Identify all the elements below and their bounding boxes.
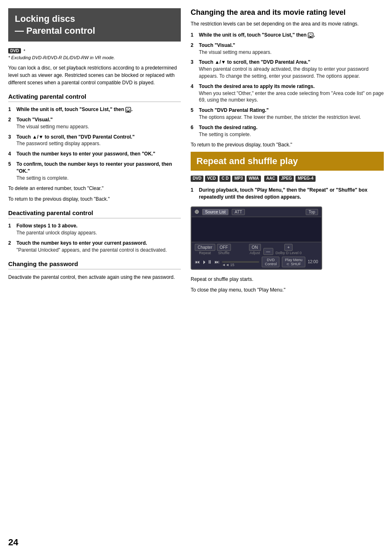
chapter-btn: Chapter <box>195 244 215 251</box>
screen-power-indicator <box>195 210 199 214</box>
off-group: OFF Shuffle <box>217 244 231 255</box>
progress-indicator: ◄◄ 15 <box>222 263 234 267</box>
on-btn: ON <box>249 244 261 251</box>
screen-controls-area: Chapter Repeat OFF Shuffle ON Adjust — <box>191 242 321 269</box>
locking-header-box: Locking discs — Parental control <box>8 8 181 42</box>
badge-vcd: VCD <box>205 176 218 182</box>
on-group: ON Adjust <box>249 244 261 255</box>
deact-step-1: 1 Follow steps 1 to 3 above. The parenta… <box>8 222 181 236</box>
area-step-1: 1 While the unit is off, touch "Source L… <box>191 32 384 39</box>
changing-area-intro: The restriction levels can be set depend… <box>191 20 384 28</box>
screen-source-list-btn: Source List <box>202 209 228 215</box>
svg-rect-3 <box>310 36 312 37</box>
off-btn: OFF <box>217 244 231 251</box>
shuffle-label: Shuffle <box>218 251 230 255</box>
repeat-step-1: 1 During playback, touch "Play Menu," th… <box>191 187 384 201</box>
badge-dvd-repeat: DVD <box>191 176 203 182</box>
badge-jpeg: JPEG <box>279 176 294 182</box>
changing-area-steps-list: 1 While the unit is off, touch "Source L… <box>191 32 384 138</box>
prev-btn: ⏮ <box>195 259 200 265</box>
screen-controls-row1: Chapter Repeat OFF Shuffle ON Adjust — <box>195 244 318 255</box>
activating-footer2: To return to the previous display, touch… <box>8 195 181 203</box>
deactivating-steps-list: 1 Follow steps 1 to 3 above. The parenta… <box>8 222 181 253</box>
screen-mockup: Source List ATT Top Chapter Repeat OFF S… <box>191 206 322 270</box>
play-menu-btn: Play Menu ⊂ SHUF <box>282 257 305 267</box>
area-step-4: 4 Touch the desired area to apply its mo… <box>191 83 384 104</box>
dvd-control-btn: DVD Control <box>262 257 279 267</box>
act-step-5: 5 To confirm, touch the number keys to r… <box>8 161 181 181</box>
badge-aac: AAC <box>264 176 277 182</box>
repeat-shuffle-title: Repeat and shuffle play <box>196 156 378 167</box>
activating-section-title: Activating parental control <box>8 93 181 102</box>
act-step-2: 2 Touch "Visual." The visual setting men… <box>8 116 181 130</box>
repeat-label: Repeat <box>199 251 211 255</box>
plus-group: + Dolby D Level 0 <box>276 244 302 255</box>
activating-steps-list: 1 While the unit is off, touch "Source L… <box>8 106 181 181</box>
area-step-3: 3 Touch ▲/▼ to scroll, then "DVD Parenta… <box>191 59 384 79</box>
deactivating-section-title: Deactivating parental control <box>8 209 181 218</box>
dash-group: — <box>263 248 273 255</box>
plus-btn: + <box>284 244 293 251</box>
changing-area-title: Changing the area and its movie rating l… <box>191 8 384 17</box>
badge-mpeg4: MPEG-4 <box>295 176 315 182</box>
screen-display-area <box>191 217 321 242</box>
dvd-note: * Excluding DVD-R/DVD-R DL/DVD-RW in VR … <box>8 55 181 60</box>
repeat-steps-list: 1 During playback, touch "Play Menu," th… <box>191 187 384 201</box>
time-display: 12:00 <box>308 259 318 264</box>
repeat-shuffle-header: Repeat and shuffle play <box>191 152 384 171</box>
dvd-badge-row: DVD * <box>8 48 181 53</box>
screen-top-btn: Top <box>306 209 318 215</box>
repeat-footer1: Repeat or shuffle play starts. <box>191 276 384 283</box>
area-step-6: 6 Touch the desired rating. The setting … <box>191 124 384 138</box>
next-btn: ⏭ <box>214 259 219 265</box>
dolby-label: Dolby D Level 0 <box>276 251 302 255</box>
svg-rect-1 <box>128 111 129 112</box>
dvd-badge: DVD <box>8 48 21 53</box>
screen-att-btn: ATT <box>232 209 245 215</box>
repeat-footer2: To close the play menu, touch "Play Menu… <box>191 286 384 294</box>
changing-password-desc: Deactivate the parental control, then ac… <box>8 273 181 281</box>
home-icon-2 <box>308 32 314 38</box>
chapter-group: Chapter Repeat <box>195 244 215 255</box>
home-icon-1 <box>125 107 131 113</box>
play-pause-btn: ⏵⏸ <box>202 259 212 265</box>
badge-cd: C D <box>219 176 231 182</box>
asterisk-symbol: * <box>23 49 25 53</box>
screen-controls-row2: ⏮ ⏵⏸ ⏭ ◄◄ 15 DVD Control Play Menu ⊂ SHU… <box>195 257 318 267</box>
progress-bar: ◄◄ 15 <box>222 261 259 263</box>
adjust-label: Adjust <box>250 251 260 255</box>
screen-top-bar: Source List ATT Top <box>191 207 321 217</box>
dash-btn: — <box>263 248 273 255</box>
changing-password-section-title: Changing the password <box>8 260 181 269</box>
left-column: Locking discs — Parental control DVD * *… <box>8 8 181 548</box>
deact-step-2: 2 Touch the number keys to enter your cu… <box>8 240 181 254</box>
badge-mp3: MP3 <box>232 176 245 182</box>
repeat-badge-group: DVD VCD C D MP3 WMA AAC JPEG MPEG-4 <box>191 176 384 182</box>
page-number: 24 <box>8 537 18 548</box>
area-step-5: 5 Touch "DVD Parental Rating." The optio… <box>191 107 384 121</box>
controls-mid: ON Adjust — + Dolby D Level 0 <box>233 244 318 255</box>
badge-wma: WMA <box>247 176 261 182</box>
area-step-2: 2 Touch "Visual." The visual setting men… <box>191 42 384 56</box>
right-column: Changing the area and its movie rating l… <box>191 8 384 548</box>
act-step-4: 4 Touch the number keys to enter your pa… <box>8 151 181 158</box>
changing-area-footer: To return to the previous display, touch… <box>191 141 384 148</box>
intro-text: You can lock a disc, or set playback res… <box>8 64 181 86</box>
act-step-1: 1 While the unit is off, touch "Source L… <box>8 106 181 113</box>
act-step-3: 3 Touch ▲/▼ to scroll, then "DVD Parenta… <box>8 134 181 148</box>
activating-footer1: To delete an entered number, touch "Clea… <box>8 185 181 192</box>
locking-title: Locking discs — Parental control <box>15 13 174 37</box>
